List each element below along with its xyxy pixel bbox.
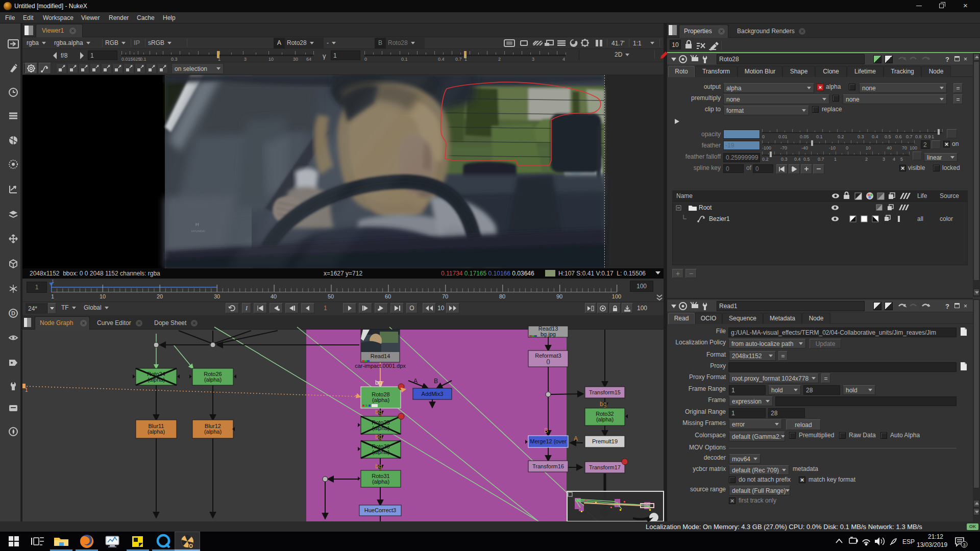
svg-text:0.4: 0.4 bbox=[872, 134, 878, 139]
svg-text:1: 1 bbox=[51, 293, 54, 299]
svg-text:Transform17: Transform17 bbox=[589, 464, 621, 470]
svg-text:(alpha): (alpha) bbox=[372, 397, 389, 403]
svg-text:H: H bbox=[195, 222, 199, 227]
svg-text:(alpha): (alpha) bbox=[372, 479, 389, 485]
svg-text:3: 3 bbox=[963, 542, 965, 547]
svg-text:3: 3 bbox=[244, 57, 247, 62]
svg-text:HYUNDAI: HYUNDAI bbox=[191, 230, 205, 233]
svg-text:0.1: 0.1 bbox=[140, 57, 146, 62]
svg-text:Premult19: Premult19 bbox=[592, 438, 618, 444]
svg-text:64: 64 bbox=[306, 57, 311, 62]
svg-text:0.4: 0.4 bbox=[794, 157, 801, 162]
svg-text:3: 3 bbox=[532, 57, 534, 62]
svg-text:0.8: 0.8 bbox=[915, 134, 922, 139]
svg-text:1: 1 bbox=[25, 387, 28, 393]
svg-text:0.5: 0.5 bbox=[885, 134, 891, 139]
svg-text:0: 0 bbox=[364, 57, 367, 62]
svg-text:Transform15: Transform15 bbox=[589, 389, 621, 395]
svg-text:0.1: 0.1 bbox=[401, 57, 408, 62]
svg-text:40: 40 bbox=[887, 145, 892, 151]
svg-text:-40: -40 bbox=[801, 145, 808, 151]
svg-text:0.01: 0.01 bbox=[778, 134, 788, 139]
svg-text:1: 1 bbox=[932, 134, 934, 139]
svg-text:Merge12 (over: Merge12 (over bbox=[530, 438, 567, 444]
svg-text:2: 2 bbox=[865, 157, 868, 162]
svg-text:Read14: Read14 bbox=[371, 353, 390, 359]
svg-text:(): () bbox=[546, 358, 550, 364]
svg-text:41.7': 41.7' bbox=[611, 40, 625, 47]
svg-text:0.05: 0.05 bbox=[800, 134, 809, 139]
svg-text:1: 1 bbox=[834, 157, 837, 162]
svg-text:0.3: 0.3 bbox=[857, 134, 864, 139]
svg-text:0.7: 0.7 bbox=[818, 157, 824, 162]
svg-text:80: 80 bbox=[499, 293, 505, 299]
svg-text:4: 4 bbox=[562, 57, 565, 62]
svg-text:100: 100 bbox=[910, 145, 917, 151]
svg-text:(alpha): (alpha) bbox=[204, 429, 222, 435]
svg-text:0.5: 0.5 bbox=[803, 157, 810, 162]
svg-text:Transform16: Transform16 bbox=[532, 463, 564, 469]
svg-text:1: 1 bbox=[52, 279, 54, 284]
svg-text:0: 0 bbox=[846, 145, 848, 151]
svg-text:30: 30 bbox=[293, 57, 298, 62]
svg-text:0: 0 bbox=[762, 134, 765, 139]
svg-text:3: 3 bbox=[883, 157, 885, 162]
svg-text:bg: bg bbox=[375, 463, 382, 470]
svg-text:10: 10 bbox=[866, 145, 871, 151]
svg-text:70: 70 bbox=[442, 293, 448, 299]
svg-text:-100: -100 bbox=[762, 145, 771, 151]
svg-text:4: 4 bbox=[893, 157, 895, 162]
svg-text:30: 30 bbox=[214, 293, 220, 299]
svg-text:bg: bg bbox=[375, 379, 382, 386]
svg-text:0.7: 0.7 bbox=[455, 57, 462, 62]
svg-text:0.2: 0.2 bbox=[838, 134, 844, 139]
svg-text:0.3: 0.3 bbox=[171, 57, 178, 62]
svg-text:0.1: 0.1 bbox=[816, 134, 823, 139]
svg-text:0.9: 0.9 bbox=[924, 134, 931, 139]
svg-text:50: 50 bbox=[328, 293, 334, 299]
svg-text:0.015625: 0.015625 bbox=[121, 57, 141, 62]
svg-text:100: 100 bbox=[612, 293, 621, 299]
svg-text:90: 90 bbox=[556, 293, 562, 299]
svg-text:car-impact.0001.dpx: car-impact.0001.dpx bbox=[355, 363, 406, 369]
svg-text:1:1: 1:1 bbox=[633, 40, 642, 47]
svg-text:1: 1 bbox=[218, 57, 220, 62]
svg-text:0.7: 0.7 bbox=[906, 134, 913, 139]
svg-text:ESP: ESP bbox=[902, 538, 915, 545]
svg-text:0.3: 0.3 bbox=[781, 157, 788, 162]
svg-text:5: 5 bbox=[900, 157, 903, 162]
svg-text:(alpha): (alpha) bbox=[204, 377, 222, 383]
svg-text:10: 10 bbox=[268, 57, 274, 62]
svg-text:2: 2 bbox=[498, 57, 501, 62]
svg-text:A: A bbox=[413, 378, 418, 385]
svg-text:B: B bbox=[544, 427, 548, 434]
svg-text:0.6: 0.6 bbox=[895, 134, 902, 139]
svg-text:B: B bbox=[434, 378, 438, 385]
svg-text:bg.jpg: bg.jpg bbox=[541, 331, 556, 337]
svg-text:bg: bg bbox=[600, 400, 606, 408]
svg-text:40: 40 bbox=[271, 293, 277, 299]
svg-text:-10: -10 bbox=[829, 145, 836, 151]
svg-text:bg: bg bbox=[375, 409, 382, 416]
svg-text:AddMix3: AddMix3 bbox=[422, 391, 444, 397]
svg-text:0.2: 0.2 bbox=[762, 157, 769, 162]
svg-text:HueCorrect3: HueCorrect3 bbox=[364, 507, 396, 513]
svg-text:60: 60 bbox=[385, 293, 391, 299]
svg-text:(alpha): (alpha) bbox=[148, 429, 165, 435]
svg-text:1: 1 bbox=[464, 57, 467, 62]
svg-text:20: 20 bbox=[157, 293, 163, 299]
svg-text:10: 10 bbox=[100, 293, 106, 299]
svg-text:70: 70 bbox=[902, 145, 907, 151]
svg-text:-70: -70 bbox=[780, 145, 787, 151]
svg-text:A: A bbox=[574, 435, 578, 442]
svg-text:(alpha): (alpha) bbox=[596, 416, 614, 422]
svg-text:0.4: 0.4 bbox=[438, 57, 445, 62]
